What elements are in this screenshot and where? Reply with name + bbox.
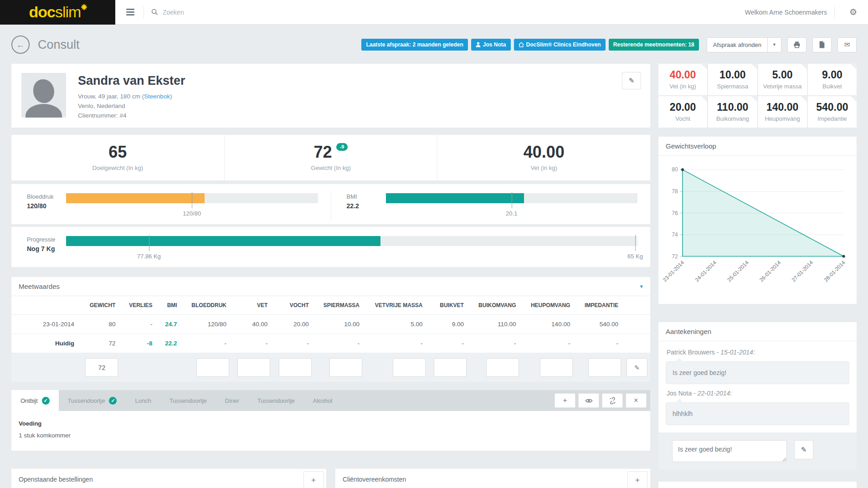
check-icon: ✓: [109, 397, 117, 405]
tab-alcohol[interactable]: Alcohol: [304, 390, 342, 411]
tab-tussendoortje-2[interactable]: Tussendoortje: [160, 390, 216, 411]
document-button[interactable]: [812, 37, 832, 52]
progressie-start-marker: 77.86 Kg: [149, 235, 149, 251]
mail-button[interactable]: ✉: [837, 37, 857, 52]
aandoeningen-client-panel: Aandoeningen cliënt: [658, 482, 857, 488]
body-stats-grid: 40.00Vet (in kg) 10.00Spiermassa 5.00Vet…: [658, 64, 857, 128]
gewichtsverloop-panel: Gewichtsverloop 727476788023-01-201424-0…: [658, 137, 857, 304]
badge-resterende-meetmomenten[interactable]: Resterende meetmomenten: 18: [609, 39, 699, 51]
add-agreement-button[interactable]: +: [627, 471, 647, 488]
stat-card-spiermassa: 10.00Spiermassa: [708, 64, 757, 95]
stat-card-heupomvang: 140.00Heupomvang: [758, 96, 807, 128]
weight-chart: 727476788023-01-201424-01-201425-01-2014…: [658, 156, 857, 304]
progressie-goal-marker: 65 Kg: [635, 235, 636, 251]
edit-patient-button[interactable]: ✎: [622, 72, 641, 89]
collapse-chevron-icon[interactable]: ▾: [640, 283, 643, 290]
svg-text:27-01-2014: 27-01-2014: [791, 259, 814, 283]
meal-content-panel: Voeding 1 stuk komkommer: [11, 411, 650, 451]
stat-vet: 40.00 Vet (in kg): [437, 135, 650, 180]
table-row-huidig: Huidig 72 -8 22.2 - - - - - - - - -: [11, 334, 650, 353]
view-meal-button[interactable]: [578, 393, 599, 408]
back-button[interactable]: ←: [11, 36, 30, 54]
search-input[interactable]: [163, 9, 281, 16]
logo-text-doc: doc: [29, 3, 55, 21]
meetwaardes-title: Meetwaardes: [19, 283, 60, 290]
progressie-bar: 77.86 Kg 65 Kg: [66, 236, 637, 246]
zodiac-link[interactable]: Steenbok: [144, 93, 170, 100]
notes-title: Aantekeningen: [666, 328, 711, 335]
search-icon: [151, 9, 158, 15]
logo-text-slim: slim: [55, 3, 81, 21]
patient-avatar: [21, 73, 66, 118]
input-vetvrije-massa[interactable]: [393, 358, 426, 377]
patient-details: Vrouw, 49 jaar, 180 cm (Steenbok): [78, 92, 185, 102]
meal-content-heading: Voeding: [19, 420, 643, 427]
afspraak-dropdown-toggle[interactable]: ▼: [768, 37, 781, 52]
page-title: Consult: [38, 38, 80, 52]
orders-title: Openstaande bestellingen: [19, 476, 93, 483]
unlink-icon: [609, 397, 616, 405]
svg-text:28-01-2014: 28-01-2014: [822, 259, 846, 283]
tab-diner[interactable]: Diner: [216, 390, 248, 411]
stat-card-vocht: 20.00Vocht: [658, 96, 707, 128]
input-spiermassa[interactable]: [329, 358, 362, 377]
user-icon: [476, 42, 481, 47]
settings-gear-icon[interactable]: ⚙: [842, 7, 857, 17]
close-meal-button[interactable]: ×: [626, 393, 647, 408]
stat-card-impedantie: 540.00Impedantie: [808, 96, 857, 128]
gauge-bmi: BMI22.2 20.1: [331, 191, 651, 221]
input-buikomvang[interactable]: [486, 358, 519, 377]
tab-tussendoortje-1[interactable]: Tussendoortje✓: [59, 390, 126, 411]
meal-content-text: 1 stuk komkommer: [19, 432, 643, 439]
stat-card-vet: 40.00Vet (in kg): [658, 64, 707, 95]
svg-text:23-01-2014: 23-01-2014: [662, 259, 685, 283]
table-header-row: GEWICHT VERLIES BMI BLOEDDRUK VET VOCHT …: [11, 296, 650, 315]
stat-card-vetvrije-massa: 5.00Vetvrije massa: [758, 64, 807, 95]
file-icon: [819, 41, 825, 48]
menu-toggle-icon[interactable]: [124, 7, 136, 17]
logo-sun-icon: [82, 5, 86, 9]
svg-text:74: 74: [672, 231, 678, 238]
input-bloeddruk[interactable]: [196, 358, 229, 377]
input-gewicht[interactable]: [85, 358, 118, 377]
edit-measures-button[interactable]: ✎: [627, 358, 647, 377]
tab-ontbijt[interactable]: Ontbijt✓: [11, 390, 59, 411]
afspraak-afronden-button[interactable]: Afspraak afronden: [707, 37, 768, 52]
input-vocht[interactable]: [279, 358, 312, 377]
svg-text:80: 80: [672, 166, 678, 173]
openstaande-bestellingen-panel: Openstaande bestellingen +: [11, 469, 326, 488]
svg-text:26-01-2014: 26-01-2014: [758, 259, 782, 283]
home-icon: [519, 42, 524, 47]
tab-lunch[interactable]: Lunch: [126, 390, 160, 411]
note-input-area: Is zeer goed bezig! ✎: [658, 432, 857, 470]
input-vet[interactable]: [237, 358, 270, 377]
input-impedantie[interactable]: [588, 358, 621, 377]
badge-coach[interactable]: Jos Nota: [471, 39, 511, 51]
patient-name: Sandra van Ekster: [78, 74, 185, 88]
add-order-button[interactable]: +: [303, 471, 324, 488]
tab-tussendoortje-3[interactable]: Tussendoortje: [248, 390, 304, 411]
progressie-row: ProgressieNog 7 Kg 77.86 Kg 65 Kg: [11, 227, 650, 267]
stat-doelgewicht: 65 Doelgewicht (In kg): [11, 135, 224, 180]
input-buikvet[interactable]: [434, 358, 467, 377]
badge-clinic[interactable]: DocSlim® Clinics Eindhoven: [514, 39, 606, 51]
input-heupomvang[interactable]: [540, 358, 573, 377]
agreements-title: Cliëntovereenkomsten: [343, 476, 406, 483]
badge-laatste-afspraak[interactable]: Laatste afspraak: 2 maanden geleden: [361, 39, 467, 51]
svg-text:25-01-2014: 25-01-2014: [726, 259, 750, 283]
measure-input-row: ✎: [11, 353, 650, 382]
svg-text:24-01-2014: 24-01-2014: [694, 259, 718, 283]
unlink-meal-button[interactable]: [602, 393, 623, 408]
printer-icon: [793, 41, 801, 48]
print-button[interactable]: [787, 37, 806, 52]
check-icon: ✓: [42, 397, 50, 405]
app-logo[interactable]: docslim: [0, 0, 115, 25]
add-meal-button[interactable]: +: [555, 393, 575, 408]
note-author: Jos Nota - 22-01-2014:: [667, 390, 849, 397]
save-note-button[interactable]: ✎: [794, 440, 813, 459]
stat-gewicht: 72-9 Gewicht (In kg): [224, 135, 437, 180]
note-author: Patrick Brouwers - 15-01-2014:: [667, 349, 849, 356]
note-textarea[interactable]: Is zeer goed bezig!: [672, 440, 787, 462]
note-bubble: hlhhklh: [666, 402, 849, 425]
meetwaardes-table: GEWICHT VERLIES BMI BLOEDDRUK VET VOCHT …: [11, 296, 650, 382]
